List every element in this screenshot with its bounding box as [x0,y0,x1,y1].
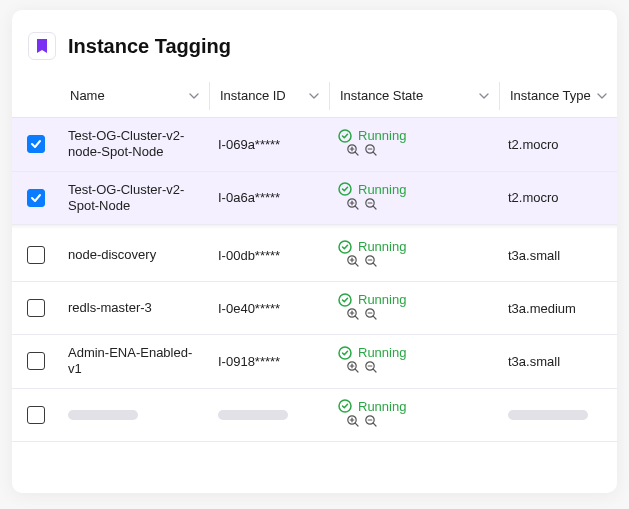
instance-name [60,404,210,426]
status-label: Running [358,182,406,197]
sort-icon [597,91,607,101]
instance-id: I-0e40***** [210,295,330,322]
instance-name: Test-OG-Cluster-v2-Spot-Node [60,176,210,221]
svg-line-10 [355,206,358,209]
bookmark-icon [28,32,56,60]
svg-line-18 [355,263,358,266]
column-header-name[interactable]: Name [60,82,210,110]
svg-line-26 [355,316,358,319]
table-row: node-discoveryI-00db*****Runningt3a.smal… [12,229,617,282]
column-label: Instance State [340,88,423,103]
instance-name: redls-master-3 [60,294,210,322]
svg-line-46 [373,423,376,426]
instance-type: t3a.small [500,348,617,375]
row-checkbox[interactable] [27,299,45,317]
table-row: redls-master-3I-0e40*****Runningt3a.medi… [12,282,617,335]
status-label: Running [358,128,406,143]
instance-id: I-069a***** [210,131,330,158]
instance-state: Running [330,339,500,383]
instance-type: t3a.small [500,242,617,269]
status-running-icon [338,293,352,307]
zoom-in-icon[interactable] [346,143,360,160]
zoom-out-icon[interactable] [364,254,378,271]
svg-line-42 [355,423,358,426]
instance-id: I-0a6a***** [210,184,330,211]
row-checkbox[interactable] [27,135,45,153]
status-running-icon [338,399,352,413]
table-row: Admin-ENA-Enabled-v1I-0918*****Runningt3… [12,335,617,389]
instance-id: I-0918***** [210,348,330,375]
status-label: Running [358,239,406,254]
row-checkbox[interactable] [27,246,45,264]
zoom-in-icon[interactable] [346,197,360,214]
table-header-row: Name Instance ID Instance State Instance… [12,74,617,118]
row-checkbox[interactable] [27,406,45,424]
page-title: Instance Tagging [68,35,231,58]
status-label: Running [358,399,406,414]
instance-state: Running [330,393,500,437]
sort-icon [309,91,319,101]
sort-icon [189,91,199,101]
instance-id [210,404,330,426]
svg-line-30 [373,316,376,319]
instance-name: node-discovery [60,241,210,269]
svg-line-2 [355,152,358,155]
instance-type: t2.mocro [500,131,617,158]
instance-id: I-00db***** [210,242,330,269]
instance-type: t2.mocro [500,184,617,211]
svg-line-6 [373,152,376,155]
instance-state: Running [330,286,500,330]
instance-table: Name Instance ID Instance State Instance… [12,74,617,442]
status-running-icon [338,129,352,143]
column-header-instance-type[interactable]: Instance Type [500,82,617,110]
instance-state: Running [330,176,500,220]
zoom-in-icon[interactable] [346,307,360,324]
sort-icon [479,91,489,101]
table-row: Test-OG-Cluster-v2-Spot-NodeI-0a6a*****R… [12,172,617,226]
row-checkbox[interactable] [27,189,45,207]
svg-line-22 [373,263,376,266]
column-header-instance-state[interactable]: Instance State [330,82,500,110]
instance-type: t3a.medium [500,295,617,322]
zoom-in-icon[interactable] [346,360,360,377]
header-checkbox-spacer [12,90,60,102]
column-label: Name [70,88,105,103]
svg-line-38 [373,369,376,372]
status-running-icon [338,346,352,360]
zoom-out-icon[interactable] [364,143,378,160]
status-running-icon [338,182,352,196]
row-checkbox[interactable] [27,352,45,370]
status-label: Running [358,345,406,360]
card-header: Instance Tagging [12,10,617,74]
zoom-out-icon[interactable] [364,414,378,431]
table-row: Running [12,389,617,442]
instance-tagging-card: Instance Tagging Name Instance ID Instan… [12,10,617,493]
zoom-out-icon[interactable] [364,307,378,324]
instance-type [500,404,617,426]
instance-state: Running [330,122,500,166]
column-label: Instance ID [220,88,286,103]
column-label: Instance Type [510,88,591,103]
status-label: Running [358,292,406,307]
svg-line-14 [373,206,376,209]
zoom-in-icon[interactable] [346,254,360,271]
instance-state: Running [330,233,500,277]
instance-name: Test-OG-Cluster-v2-node-Spot-Node [60,122,210,167]
zoom-out-icon[interactable] [364,197,378,214]
column-header-instance-id[interactable]: Instance ID [210,82,330,110]
zoom-out-icon[interactable] [364,360,378,377]
status-running-icon [338,240,352,254]
table-row: Test-OG-Cluster-v2-node-Spot-NodeI-069a*… [12,118,617,172]
zoom-in-icon[interactable] [346,414,360,431]
instance-name: Admin-ENA-Enabled-v1 [60,339,210,384]
svg-line-34 [355,369,358,372]
